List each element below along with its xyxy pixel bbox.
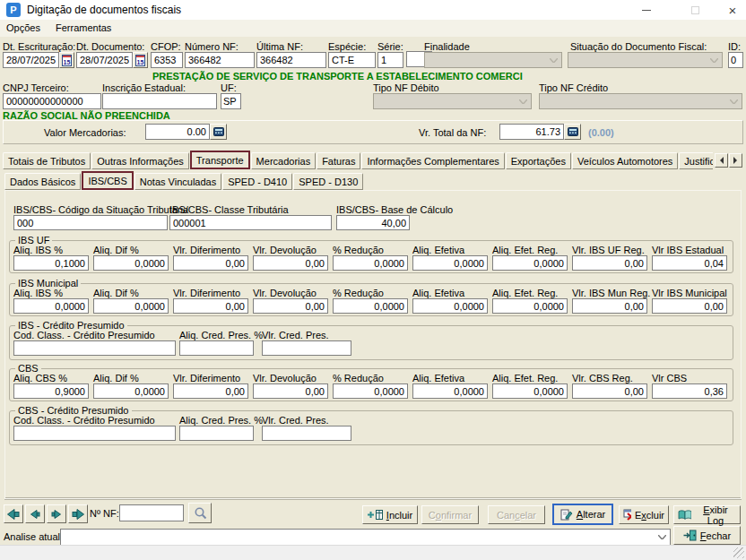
next-record-button[interactable] [47, 504, 66, 523]
tab-outras-informacoes[interactable]: Outras Informações [91, 152, 189, 169]
minimize-button[interactable] [633, 0, 660, 20]
excluir-button[interactable]: Excluir [619, 505, 669, 524]
ibs-cred-aliq-input[interactable] [179, 340, 254, 356]
cbs-aliq-efetiva-input[interactable] [412, 383, 488, 399]
field-label: % Redução [333, 288, 408, 297]
tab-totais-de-tributos[interactable]: Totais de Tributos [3, 152, 91, 169]
tabs-principais: Totais de Tributos Outras Informações Tr… [3, 151, 713, 169]
field-label: Vlr. Diferimento [173, 373, 248, 383]
cbs-vlr-cbs-input[interactable] [652, 383, 727, 399]
ibs-uf-vlr-devolucao-input[interactable] [253, 255, 328, 271]
ibs-mun-reducao-input[interactable] [333, 298, 408, 314]
exibir-log-button[interactable]: Exibir Log [673, 505, 741, 524]
tab-mercadorias[interactable]: Mercadorias [251, 152, 317, 169]
nf-search-button[interactable] [188, 503, 212, 523]
cancelar-button: Cancelar [488, 505, 545, 524]
tab-transporte[interactable]: Transporte [190, 151, 250, 169]
id-input[interactable] [728, 52, 743, 68]
tipo-nf-debito-label: Tipo NF Débito [373, 82, 532, 92]
base-calculo-label: IBS/CBS- Base de Cálculo [336, 204, 410, 214]
ibs-uf-aliq-ibs-input[interactable] [13, 255, 89, 271]
field-label: % Redução [333, 245, 408, 254]
vr-total-nf-calc-button[interactable] [564, 124, 581, 140]
close-button[interactable]: × [719, 0, 746, 20]
tab-veiculos-automotores[interactable]: Veículos Automotores [572, 152, 678, 169]
cbs-reducao-input[interactable] [333, 383, 408, 399]
ibs-mun-vlr-devolucao-input[interactable] [253, 298, 328, 314]
ibs-mun-aliq-dif-input[interactable] [93, 298, 169, 314]
valor-mercadorias-calc-button[interactable] [210, 124, 227, 140]
ibs-uf-aliq-efetiva-input[interactable] [412, 255, 488, 271]
cbs-vlr-reg-input[interactable] [572, 383, 647, 399]
vr-total-nf-label: Vr. Total da NF: [419, 127, 486, 138]
first-record-button[interactable] [4, 504, 23, 523]
previous-record-button[interactable] [25, 504, 45, 523]
ibs-uf-vlr-reg-input[interactable] [572, 255, 647, 271]
tabs-scroll-right-button[interactable] [729, 153, 742, 168]
numero-nf-input[interactable] [185, 52, 255, 68]
cbs-aliq-dif-input[interactable] [93, 383, 169, 399]
ibs-mun-vlr-municipal-input[interactable] [652, 298, 727, 314]
tab-notas-vinculadas[interactable]: Notas Vinculadas [134, 173, 221, 190]
vr-total-nf-input[interactable] [499, 124, 564, 140]
classe-tributaria-input[interactable] [169, 215, 332, 230]
valor-mercadorias-input[interactable] [145, 124, 210, 140]
ibs-mun-vlr-reg-input[interactable] [572, 298, 647, 314]
cbs-cred-aliq-input[interactable] [179, 426, 254, 441]
serie-input[interactable] [377, 52, 403, 68]
field-label: Vlr CBS [652, 373, 727, 383]
ibs-mun-aliq-efetiva-input[interactable] [412, 298, 488, 314]
cbs-cred-cod-class-input[interactable] [13, 426, 176, 441]
group-ibs-uf-title: IBS UF [15, 236, 52, 245]
tabs-scroll-left-button[interactable] [715, 153, 728, 168]
ibs-uf-aliq-efet-reg-input[interactable] [492, 255, 568, 271]
tab-faturas[interactable]: Faturas [317, 152, 360, 169]
cnpj-terceiro-input[interactable] [3, 93, 101, 109]
nf-search-input[interactable] [119, 504, 184, 521]
incluir-button[interactable]: Incluir [362, 505, 418, 524]
last-record-button[interactable] [68, 504, 88, 523]
cbs-cred-vlr-input[interactable] [262, 426, 351, 441]
dt-escrituracao-input[interactable] [3, 52, 59, 68]
ibs-uf-vlr-diferimento-input[interactable] [173, 255, 248, 271]
ibs-mun-vlr-diferimento-input[interactable] [173, 298, 248, 314]
ibs-cred-cod-class-input[interactable] [13, 340, 176, 356]
cfop-input[interactable] [151, 52, 183, 68]
dt-documento-input[interactable] [76, 52, 133, 68]
ibs-mun-aliq-efet-reg-input[interactable] [492, 298, 568, 314]
menu-ferramentas[interactable]: Ferramentas [49, 20, 117, 35]
cbs-aliq-cbs-input[interactable] [13, 383, 89, 399]
inscricao-estadual-input[interactable] [102, 93, 217, 109]
dt-documento-calendar-button[interactable] [133, 52, 148, 68]
resize-grip[interactable] [733, 547, 744, 558]
especie-input[interactable] [328, 52, 376, 68]
field-label: Vlr IBS Estadual [652, 245, 727, 254]
tab-informacoes-complementares[interactable]: Informações Complementares [361, 152, 504, 169]
ibs-mun-aliq-ibs-input[interactable] [13, 298, 89, 314]
ibs-uf-vlr-estadual-input[interactable] [652, 255, 727, 271]
dt-escrituracao-calendar-button[interactable] [59, 52, 74, 68]
ultima-nf-input[interactable] [256, 52, 326, 68]
ibs-uf-reducao-input[interactable] [333, 255, 408, 271]
cbs-vlr-devolucao-input[interactable] [253, 383, 328, 399]
alterar-button[interactable]: Alterar [552, 504, 613, 525]
tab-sped-d130[interactable]: SPED - D130 [293, 173, 363, 190]
base-calculo-input[interactable] [336, 215, 410, 230]
chevron-down-icon [550, 58, 558, 63]
ibs-cred-vlr-input[interactable] [262, 340, 351, 356]
tab-dados-basicos[interactable]: Dados Básicos [4, 173, 81, 190]
tab-ibs-cbs[interactable]: IBS/CBS [82, 171, 133, 190]
tab-sped-d410[interactable]: SPED - D410 [222, 173, 292, 190]
uf-input[interactable] [221, 93, 241, 109]
tab-exportacoes[interactable]: Exportações [506, 152, 571, 169]
menu-opcoes[interactable]: Opções [0, 20, 47, 35]
log-book-icon [678, 510, 691, 521]
analise-atual-select[interactable] [60, 529, 671, 546]
cbs-aliq-efet-reg-input[interactable] [492, 383, 568, 399]
cbs-vlr-diferimento-input[interactable] [173, 383, 248, 399]
tab-justificativas[interactable]: Justificativas [679, 152, 713, 169]
chevron-down-icon [730, 99, 738, 104]
codigo-situacao-tributaria-input[interactable] [13, 215, 168, 230]
fechar-button[interactable]: Fechar [673, 526, 741, 545]
ibs-uf-aliq-dif-input[interactable] [93, 255, 169, 271]
